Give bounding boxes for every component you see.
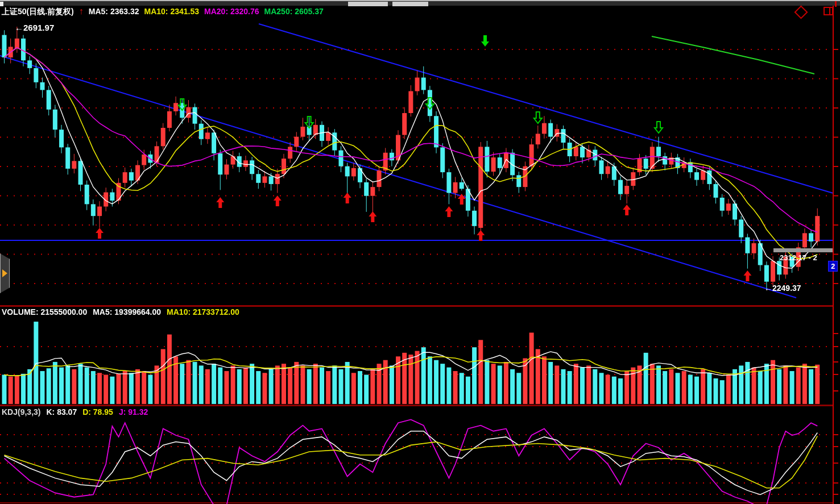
panel-drag-handle-icon (2, 269, 7, 277)
volume-value: VOLUME: 21555000.00 (2, 307, 87, 316)
ma20-legend: MA20: 2320.76 (204, 7, 259, 16)
volume-ma10-value: MA10: 21733712.00 (167, 307, 239, 316)
low-price-marker: ←2249.37 (764, 284, 801, 293)
top-strip-segment (0, 2, 3, 6)
ma10-legend: MA10: 2341.53 (144, 7, 200, 16)
ma250-legend: MA250: 2605.37 (264, 7, 324, 16)
kdj-d-value: D: 78.95 (82, 407, 113, 416)
up-arrow-icon: ↑ (79, 7, 84, 16)
axis-price-chip: 2 (828, 261, 838, 272)
ma5-legend: MA5: 2363.32 (89, 7, 139, 16)
volume-header: VOLUME: 21555000.00 MA5: 19399664.00 MA1… (2, 307, 239, 316)
panel-drag-handle[interactable] (0, 253, 10, 293)
kdj-k-value: K: 83.07 (46, 407, 77, 416)
window-split-icon[interactable] (824, 7, 833, 15)
kdj-header: KDJ(9,3,3) K: 83.07 D: 78.95 J: 91.32 (2, 407, 148, 416)
window-top-strip (0, 0, 840, 6)
top-strip-red-mark (835, 1, 837, 7)
symbol-title: 上证50(日线.前复权) (2, 7, 74, 16)
stock-chart-canvas[interactable] (0, 0, 840, 504)
kdj-j-value: J: 91.32 (119, 407, 148, 416)
kdj-params: KDJ(9,3,3) (2, 407, 40, 416)
main-chart-header: 上证50(日线.前复权) ↑ MA5: 2363.32 MA10: 2341.5… (2, 7, 324, 16)
top-strip-segment (392, 2, 428, 6)
high-price-marker: ←2691.97 (15, 23, 54, 32)
measure-label: 2312.17 - 2 (780, 253, 817, 262)
volume-ma5-value: MA5: 19399664.00 (93, 307, 161, 316)
top-strip-segment (348, 2, 388, 6)
